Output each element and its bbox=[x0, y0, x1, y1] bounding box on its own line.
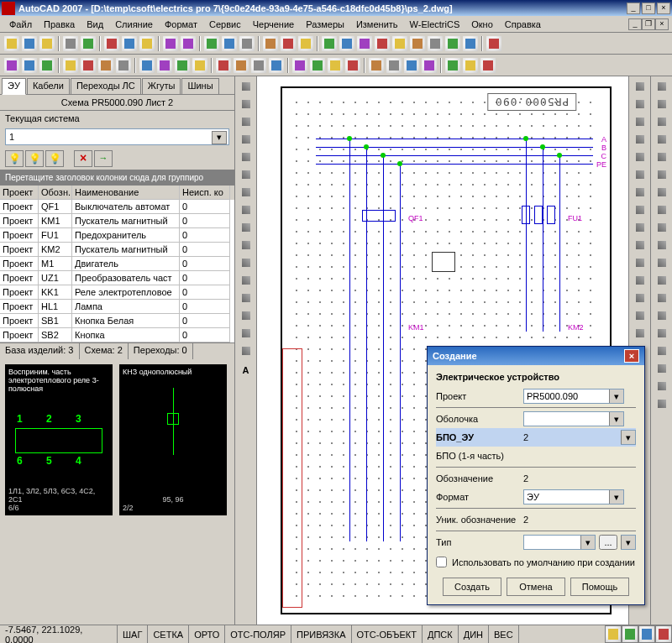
snap-mid-icon[interactable] bbox=[654, 96, 670, 112]
tool-g-icon[interactable] bbox=[427, 35, 444, 52]
dlg-help-button[interactable]: Помощь bbox=[570, 578, 629, 596]
table-row[interactable]: ПроектSB1Кнопка Белая0 bbox=[0, 314, 234, 328]
close-button[interactable]: × bbox=[657, 3, 670, 14]
preview-card-2[interactable]: КНЗ однополюсный 95, 96 2/2 bbox=[119, 364, 227, 515]
mod-offset-icon[interactable] bbox=[632, 131, 648, 148]
snap-settings-icon[interactable] bbox=[654, 325, 670, 342]
snap-ext-icon[interactable] bbox=[654, 184, 670, 201]
draw-line-icon[interactable] bbox=[238, 78, 255, 95]
system-dropdown[interactable]: 1 bbox=[5, 128, 229, 145]
etool-2-icon[interactable] bbox=[21, 57, 38, 74]
draw-arc-icon[interactable] bbox=[238, 131, 255, 148]
etool-22-icon[interactable] bbox=[403, 57, 420, 74]
draw-text-icon[interactable] bbox=[238, 201, 255, 218]
draw-rect-icon[interactable] bbox=[238, 149, 255, 165]
mode-lwt[interactable]: ВЕС bbox=[489, 625, 519, 643]
draw-mtext-icon[interactable] bbox=[238, 342, 255, 359]
dlg-type-dropdown[interactable] bbox=[621, 535, 636, 550]
mode-dyn[interactable]: ДИН bbox=[459, 625, 489, 643]
dlg-type-input[interactable] bbox=[523, 535, 596, 550]
draw-circle-icon[interactable] bbox=[238, 113, 255, 130]
tool-c-icon[interactable] bbox=[356, 35, 373, 52]
mod-chamfer-icon[interactable] bbox=[632, 307, 648, 324]
etool-8-icon[interactable] bbox=[139, 57, 155, 74]
mod-array-icon[interactable] bbox=[632, 149, 648, 165]
doc-close-button[interactable]: × bbox=[655, 18, 669, 30]
mini-bulb-3-icon[interactable] bbox=[45, 150, 64, 167]
dlg-bpo-dropdown[interactable] bbox=[621, 430, 636, 445]
draw-point-icon[interactable] bbox=[238, 254, 255, 271]
etool-4-icon[interactable] bbox=[62, 57, 79, 74]
draw-polyline-icon[interactable] bbox=[238, 96, 255, 112]
tab-eu[interactable]: ЭУ bbox=[2, 78, 26, 95]
tool-props-icon[interactable] bbox=[280, 35, 297, 52]
etool-23-icon[interactable] bbox=[421, 57, 438, 74]
tab-buses[interactable]: Шины bbox=[181, 78, 218, 94]
mod-stretch-icon[interactable] bbox=[632, 219, 648, 236]
dlg-type-browse-button[interactable]: ... bbox=[599, 535, 617, 550]
tab-ls[interactable]: Переходы ЛС bbox=[71, 78, 141, 94]
etool-10-icon[interactable] bbox=[174, 57, 191, 74]
snap-cen-icon[interactable] bbox=[654, 113, 670, 130]
snap-x-icon[interactable] bbox=[654, 395, 670, 412]
etool-9-icon[interactable] bbox=[156, 57, 173, 74]
table-row[interactable]: ПроектHL1Лампа0 bbox=[0, 300, 234, 314]
snap-from-icon[interactable] bbox=[654, 360, 670, 377]
etool-20-icon[interactable] bbox=[368, 57, 385, 74]
menu-tools[interactable]: Сервис bbox=[203, 18, 247, 31]
tab-bundles[interactable]: Жгуты bbox=[142, 78, 181, 94]
status-icon-2[interactable] bbox=[622, 625, 638, 643]
mod-mirror-icon[interactable] bbox=[632, 113, 648, 130]
draw-camera-icon[interactable] bbox=[238, 325, 255, 342]
snap-none-icon[interactable] bbox=[654, 307, 670, 324]
etool-18-icon[interactable] bbox=[327, 57, 344, 74]
menu-merge[interactable]: Слияние bbox=[109, 18, 159, 31]
tool-print-icon[interactable] bbox=[62, 35, 79, 52]
etool-6-icon[interactable] bbox=[97, 57, 114, 74]
table-row[interactable]: ПроектKM1Пускатель магнитный0 bbox=[0, 214, 234, 228]
menu-view[interactable]: Вид bbox=[81, 18, 109, 31]
tool-f-icon[interactable] bbox=[409, 35, 426, 52]
menu-draw[interactable]: Черчение bbox=[247, 18, 301, 31]
table-row[interactable]: ПроектUZ1Преобразователь част0 bbox=[0, 271, 234, 285]
mini-bulb-1-icon[interactable] bbox=[5, 150, 24, 167]
snap-par-icon[interactable] bbox=[654, 290, 670, 306]
mini-bulb-2-icon[interactable] bbox=[25, 150, 44, 167]
draw-region-icon[interactable] bbox=[238, 290, 255, 306]
tool-block-icon[interactable] bbox=[297, 35, 314, 52]
dlg-shell-dropdown[interactable] bbox=[523, 411, 624, 426]
tool-e-icon[interactable] bbox=[391, 35, 408, 52]
etool-3-icon[interactable] bbox=[39, 57, 55, 74]
etool-14-icon[interactable] bbox=[250, 57, 267, 74]
table-row[interactable]: ПроектKM2Пускатель магнитный0 bbox=[0, 243, 234, 257]
mod-erase-icon[interactable] bbox=[632, 78, 648, 95]
snap-tan-icon[interactable] bbox=[654, 237, 670, 254]
mod-rotate-icon[interactable] bbox=[632, 184, 648, 201]
etool-1-icon[interactable] bbox=[3, 57, 20, 74]
snap-int-icon[interactable] bbox=[654, 166, 670, 183]
snap-node-icon[interactable] bbox=[654, 131, 670, 148]
mode-otrack[interactable]: ОТС-ОБЪЕКТ bbox=[352, 625, 423, 643]
doc-minimize-button[interactable]: _ bbox=[628, 18, 642, 30]
tool-d-icon[interactable] bbox=[374, 35, 391, 52]
snap-perp-icon[interactable] bbox=[654, 219, 670, 236]
menu-window[interactable]: Окно bbox=[465, 18, 499, 31]
mode-osnap[interactable]: ПРИВЯЗКА bbox=[291, 625, 351, 643]
tool-open-icon[interactable] bbox=[21, 35, 38, 52]
table-row[interactable]: ПроектKK1Реле электротепловое0 bbox=[0, 285, 234, 300]
grid-col-name[interactable]: Наименование bbox=[72, 186, 180, 200]
etool-25-icon[interactable] bbox=[462, 57, 479, 74]
snap-track-icon[interactable] bbox=[654, 342, 670, 359]
mod-extend-icon[interactable] bbox=[632, 254, 648, 271]
tool-copy-icon[interactable] bbox=[121, 35, 138, 52]
dialog-close-button[interactable]: × bbox=[624, 349, 639, 363]
mini-delete-icon[interactable] bbox=[74, 150, 92, 167]
etool-15-icon[interactable] bbox=[268, 57, 285, 74]
draw-spline-icon[interactable] bbox=[238, 272, 255, 289]
mod-join-icon[interactable] bbox=[632, 290, 648, 306]
etool-21-icon[interactable] bbox=[386, 57, 402, 74]
menu-help[interactable]: Справка bbox=[499, 18, 547, 31]
etool-19-icon[interactable] bbox=[344, 57, 361, 74]
dlg-create-button[interactable]: Создать bbox=[443, 578, 501, 596]
draw-table-icon[interactable] bbox=[238, 307, 255, 324]
